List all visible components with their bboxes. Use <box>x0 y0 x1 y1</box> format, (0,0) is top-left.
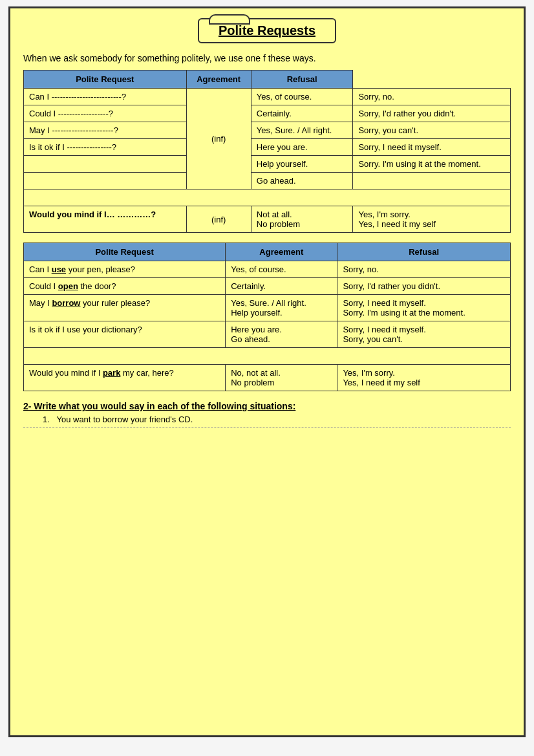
cell-ex-agreement-park: No, not at all. No problem <box>226 365 337 391</box>
agreement-no-not-all: No, not at all. <box>231 368 332 378</box>
exercise-item-1: 1. You want to borrow your friend's CD. <box>43 415 511 424</box>
table-row: Can I -------------------------? (inf) Y… <box>24 89 511 105</box>
cell-refusal-4: Sorry, I need it myself. <box>353 139 511 156</box>
use-word: use <box>52 265 66 274</box>
cell-agreement-3: Yes, Sure. / All right. <box>251 122 353 139</box>
gap-row-2 <box>24 348 511 365</box>
cell-ex-agreement-1: Yes, of course. <box>226 261 337 278</box>
cell-refusal-would: Yes, I'm sorry. Yes, I need it my self <box>353 206 511 233</box>
refusal-yes-sorry-2: Yes, I'm sorry. <box>343 368 505 378</box>
exercise-section: 2- Write what you would say in each of t… <box>23 401 511 428</box>
cell-ex-agreement-3: Yes, Sure. / All right. Help yourself. <box>226 295 337 321</box>
would-you-mind-row: Would you mind if I… …………? (inf) Not at … <box>24 206 511 233</box>
inf-label-2: (inf) <box>211 215 226 224</box>
refusal-need-myself-2: Sorry, I need it myself. <box>343 298 505 308</box>
cell-refusal-3: Sorry, you can't. <box>353 122 511 139</box>
cell-request-4: Is it ok if I ----------------? <box>24 139 187 156</box>
exercise-item-text-1: You want to borrow your friend's CD. <box>56 415 193 424</box>
cell-ex-refusal-3: Sorry, I need it myself. Sorry. I'm usin… <box>337 295 511 321</box>
table-row: May I borrow your ruler please? Yes, Sur… <box>24 295 511 321</box>
cell-request-6 <box>24 173 187 189</box>
cell-ex-agreement-4: Here you are. Go ahead. <box>226 321 337 348</box>
examples-table: Polite Request Agreement Refusal Can I u… <box>23 243 511 391</box>
cell-request-2: Could I ------------------? <box>24 105 187 122</box>
open-word: open <box>58 281 78 291</box>
agreement-help-yourself: Help yourself. <box>231 308 332 318</box>
dashed-divider <box>23 427 511 428</box>
header-refusal-2: Refusal <box>337 243 511 261</box>
would-rest: you mind if I… …………? <box>57 210 156 219</box>
cell-agreement-1: Yes, of course. <box>251 89 353 105</box>
cell-ex-request-1: Can I use your pen, please? <box>24 261 226 278</box>
borrow-word: borrow <box>52 298 80 308</box>
refusal-need-myself-4: Yes, I need it my self <box>343 378 505 387</box>
refusal-yes-sorry: Yes, I'm sorry. <box>358 210 505 219</box>
cell-agreement-6: Go ahead. <box>251 173 353 189</box>
gap-row <box>24 189 511 206</box>
header-polite-request-2: Polite Request <box>24 243 226 261</box>
agreement-go-ahead: Go ahead. <box>231 334 332 344</box>
refusal-need-myself: Yes, I need it my self <box>358 219 505 229</box>
cell-refusal-5: Sorry. I'm using it at the moment. <box>353 156 511 173</box>
table-row: Help yourself. Sorry. I'm using it at th… <box>24 156 511 173</box>
title-banner: Polite Requests <box>198 18 336 43</box>
agreement-here-you-are: Here you are. <box>231 325 332 334</box>
cell-ex-agreement-2: Certainly. <box>226 278 337 295</box>
table-row: Is it ok if I use your dictionary? Here … <box>24 321 511 348</box>
table-row: Could I ------------------? Certainly. S… <box>24 105 511 122</box>
table-row: Is it ok if I ----------------? Here you… <box>24 139 511 156</box>
cell-request-5 <box>24 156 187 173</box>
agreement-no-problem-2: No problem <box>231 378 332 387</box>
header-polite-request-1: Polite Request <box>24 70 187 89</box>
header-refusal-1: Refusal <box>251 70 353 89</box>
cell-ex-refusal-4: Sorry, I need it myself. Sorry, you can'… <box>337 321 511 348</box>
refusal-cant: Sorry, you can't. <box>343 334 505 344</box>
cell-ex-request-2: Could I open the door? <box>24 278 226 295</box>
cell-ex-refusal-park: Yes, I'm sorry. Yes, I need it my self <box>337 365 511 391</box>
cell-request-3: May I ----------------------? <box>24 122 187 139</box>
inf-label-1: (inf) <box>211 134 226 144</box>
cell-would-you-mind: Would you mind if I… …………? <box>24 206 187 233</box>
header-agreement-2: Agreement <box>226 243 337 261</box>
cell-ex-request-4: Is it ok if I use your dictionary? <box>24 321 226 348</box>
cell-agreement-5: Help yourself. <box>251 156 353 173</box>
intro-text: When we ask somebody for something polit… <box>23 53 511 63</box>
agreement-yes-sure: Yes, Sure. / All right. <box>231 298 332 308</box>
main-table: Polite Request Agreement Refusal Can I -… <box>23 70 511 233</box>
page-title: Polite Requests <box>219 23 315 38</box>
cell-ex-refusal-1: Sorry, no. <box>337 261 511 278</box>
cell-refusal-6 <box>353 173 511 189</box>
park-word: park <box>103 368 120 378</box>
table-row: May I ----------------------? Yes, Sure.… <box>24 122 511 139</box>
cell-agreement-4: Here you are. <box>251 139 353 156</box>
cell-ex-refusal-2: Sorry, I'd rather you didn't. <box>337 278 511 295</box>
refusal-using-moment: Sorry. I'm using it at the moment. <box>343 308 505 318</box>
table-row: Can I use your pen, please? Yes, of cour… <box>24 261 511 278</box>
cell-refusal-1: Sorry, no. <box>353 89 511 105</box>
cell-ex-request-3: May I borrow your ruler please? <box>24 295 226 321</box>
agreement-not-at-all: Not at all. <box>257 210 348 219</box>
cell-agreement-2: Certainly. <box>251 105 353 122</box>
cell-agreement-would: Not at all. No problem <box>251 206 353 233</box>
table-row: Go ahead. <box>24 173 511 189</box>
cell-refusal-2: Sorry, I'd rather you didn't. <box>353 105 511 122</box>
would-park-row: Would you mind if I park my car, here? N… <box>24 365 511 391</box>
exercise-title: 2- Write what you would say in each of t… <box>23 401 511 411</box>
cell-ex-would-park: Would you mind if I park my car, here? <box>24 365 226 391</box>
would-bold: Would <box>29 210 54 219</box>
cell-inf-1: (inf) <box>186 89 251 189</box>
agreement-no-problem: No problem <box>257 219 348 229</box>
cell-inf-2: (inf) <box>186 206 251 233</box>
header-agreement-1: Agreement <box>186 70 251 89</box>
cell-request-1: Can I -------------------------? <box>24 89 187 105</box>
title-container: Polite Requests <box>23 18 511 43</box>
page: Polite Requests When we ask somebody for… <box>8 6 526 737</box>
refusal-need-myself-3: Sorry, I need it myself. <box>343 325 505 334</box>
table-row: Could I open the door? Certainly. Sorry,… <box>24 278 511 295</box>
